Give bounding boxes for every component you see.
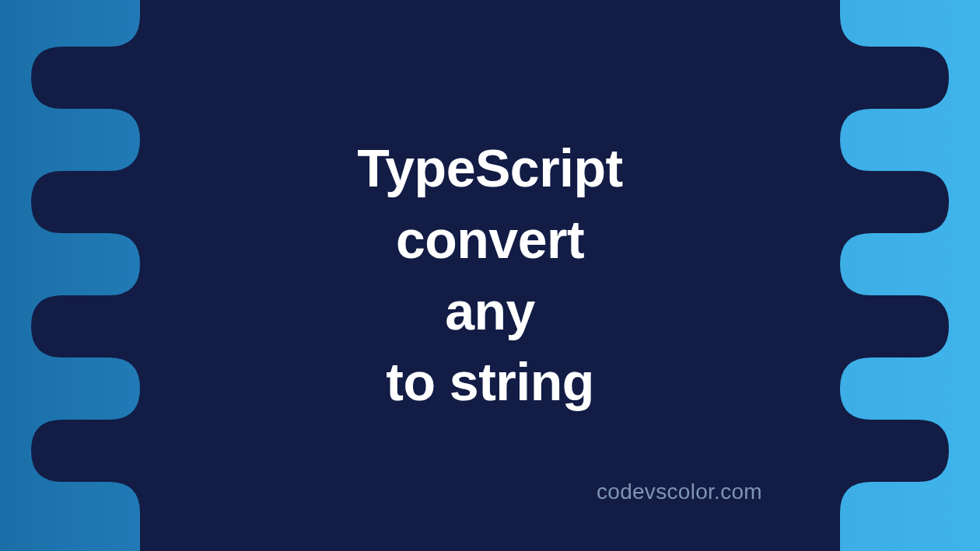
title-line-3: any	[357, 276, 622, 347]
banner-content: TypeScript convert any to string	[0, 0, 980, 551]
title-line-2: convert	[357, 204, 622, 276]
title-line-4: to string	[357, 347, 622, 418]
banner-title: TypeScript convert any to string	[357, 133, 622, 418]
watermark-text: codevscolor.com	[597, 480, 762, 504]
title-line-1: TypeScript	[357, 133, 622, 204]
